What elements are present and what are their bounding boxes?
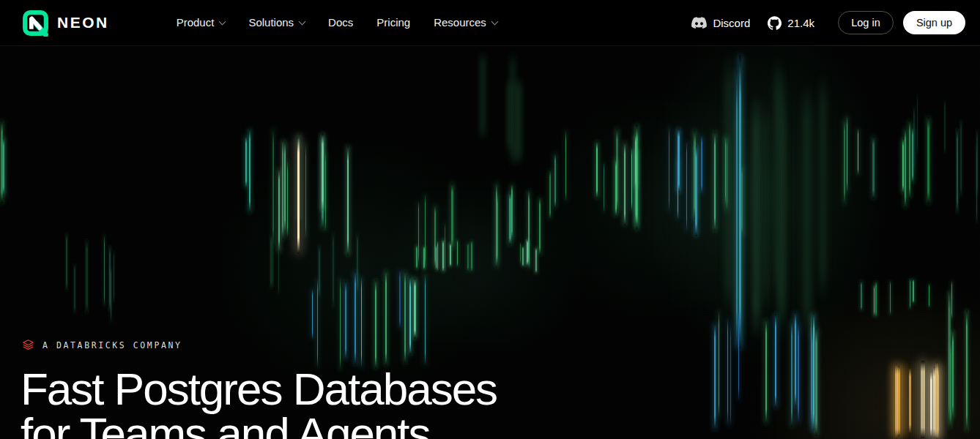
background-streak [442, 239, 444, 272]
background-streak [927, 116, 929, 205]
main-menu: Product Solutions Docs Pricing Resources [177, 0, 497, 45]
nav-item-docs[interactable]: Docs [328, 0, 353, 45]
background-streak [774, 57, 782, 299]
background-streak [795, 312, 796, 407]
login-button[interactable]: Log in [838, 11, 894, 34]
github-link[interactable]: 21.4k [768, 16, 814, 30]
background-streak [322, 133, 324, 211]
background-streak [949, 291, 951, 429]
background-streak [624, 142, 626, 226]
databricks-badge-text: A DATABRICKS COMPANY [42, 340, 182, 350]
background-streak [565, 130, 567, 202]
background-streak [791, 320, 792, 427]
background-streak [509, 192, 511, 244]
background-streak [966, 309, 968, 432]
background-streak [114, 250, 115, 303]
chevron-down-icon [491, 18, 498, 25]
background-streak [549, 170, 552, 220]
background-streak [917, 94, 918, 155]
background-streak [86, 239, 88, 314]
background-streak [520, 242, 521, 263]
background-streak [409, 277, 411, 354]
background-streak [450, 243, 450, 267]
neon-logo-icon [22, 10, 49, 37]
background-streak [811, 313, 812, 426]
background-streak [930, 371, 932, 438]
background-streak [539, 197, 541, 256]
background-streak [554, 153, 556, 208]
background-streak [312, 288, 313, 340]
background-streak [284, 141, 286, 233]
background-streak [479, 50, 486, 141]
background-streak [736, 70, 738, 348]
background-streak [66, 233, 67, 291]
background-streak [317, 278, 319, 368]
background-streak [701, 135, 702, 193]
background-streak [909, 367, 912, 434]
background-streak [445, 222, 445, 273]
background-streak [669, 126, 669, 213]
background-streak [636, 124, 638, 229]
background-streak [976, 129, 979, 195]
background-streak [282, 139, 283, 240]
nav-item-pricing[interactable]: Pricing [376, 0, 410, 45]
signup-button-label: Sign up [916, 17, 952, 29]
background-streak [952, 330, 954, 418]
background-streak [347, 146, 349, 255]
background-streak [798, 323, 799, 423]
background-streak [451, 183, 453, 249]
hero-section: A DATABRICKS COMPANY Fast Postgres Datab… [0, 45, 980, 439]
background-streak [596, 141, 598, 198]
background-streak [951, 280, 953, 319]
background-streak [404, 271, 406, 364]
background-streak [319, 245, 320, 298]
background-streak [725, 51, 732, 318]
header-actions: Discord 21.4k Log in Sign up [691, 11, 965, 34]
background-streak [287, 160, 288, 238]
background-streak [418, 200, 419, 264]
background-streak [921, 361, 925, 438]
nav-item-product[interactable]: Product [177, 0, 226, 45]
background-streak [361, 276, 362, 368]
background-streak [678, 128, 680, 192]
background-streak [457, 239, 458, 267]
background-streak [714, 323, 716, 430]
background-streak [305, 143, 307, 240]
discord-link[interactable]: Discord [691, 17, 750, 29]
background-streak [913, 279, 914, 304]
background-streak [847, 115, 847, 194]
databricks-badge: A DATABRICKS COMPANY [22, 339, 182, 351]
nav-item-resources[interactable]: Resources [434, 0, 497, 45]
background-streak [522, 246, 523, 267]
background-streak [909, 120, 910, 199]
hero-heading-line1: Fast Postgres Databases [21, 367, 497, 411]
background-streak [890, 280, 891, 315]
signup-button[interactable]: Sign up [903, 11, 965, 34]
nav-item-solutions[interactable]: Solutions [248, 0, 305, 45]
background-streak [535, 247, 537, 274]
background-streak [775, 314, 777, 408]
background-streak [872, 136, 875, 199]
background-streak [905, 128, 906, 208]
github-star-count: 21.4k [787, 17, 814, 29]
background-streak [803, 83, 812, 342]
github-icon [768, 16, 782, 30]
neon-logo[interactable]: NEON [22, 10, 109, 37]
background-streak [357, 233, 359, 293]
nav-item-label: Resources [434, 0, 486, 45]
background-streak [513, 76, 522, 166]
background-streak [820, 72, 826, 301]
nav-item-label: Product [177, 0, 215, 45]
background-streak [960, 119, 962, 198]
background-streak [714, 132, 716, 231]
background-streak [425, 273, 426, 367]
databricks-icon [22, 339, 34, 351]
chevron-down-icon [299, 18, 306, 25]
background-streak [270, 235, 272, 290]
background-streak [416, 245, 417, 270]
background-streak [739, 55, 741, 348]
background-streak [762, 97, 769, 315]
background-streak [844, 119, 845, 205]
background-streak [765, 319, 767, 424]
background-streak [245, 136, 247, 188]
